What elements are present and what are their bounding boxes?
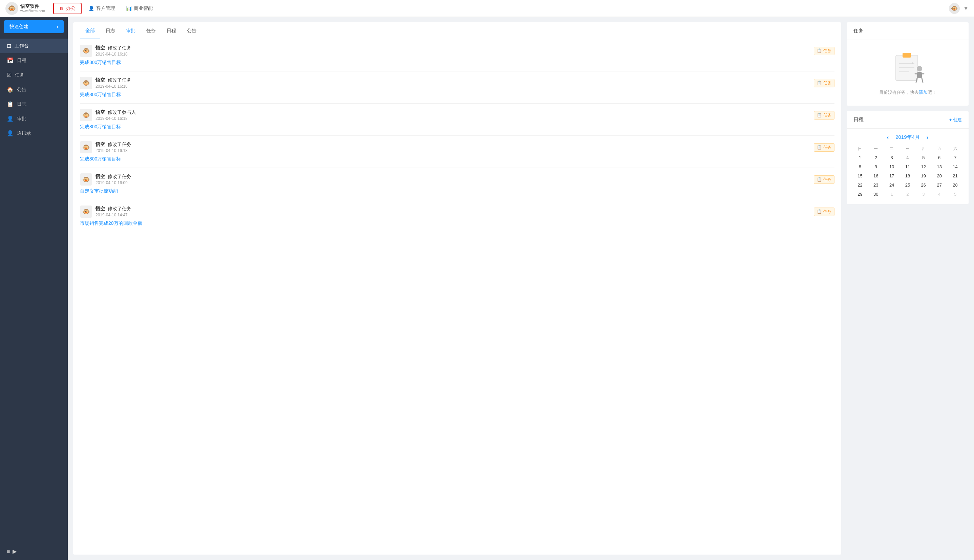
sidebar-item-contacts[interactable]: 👤 通讯录 [0,126,68,140]
nav-customer[interactable]: 👤 客户管理 [83,0,120,17]
workbench-icon: ⊞ [7,43,11,49]
cal-day[interactable]: 1 [884,190,900,199]
tab-notice[interactable]: 公告 [182,22,202,39]
calendar-panel: 日程 + 创建 ‹ 2019年4月 › 日一二三四五六 123456789101… [847,111,969,204]
tab-task[interactable]: 任务 [141,22,161,39]
cal-day[interactable]: 7 [947,153,963,162]
cal-weekday: 五 [931,145,947,153]
sidebar: 快速创建 › ⊞ 工作台 📅 日程 ☑ 任务 🏠 公告 📋 日志 👤 审批 👤 [0,17,68,560]
feed-tag: 📋 任务 [814,47,834,55]
cal-day[interactable]: 2 [900,190,916,199]
sidebar-item-schedule[interactable]: 📅 日程 [0,53,68,68]
svg-text:🐵: 🐵 [8,4,16,12]
cal-day[interactable]: 25 [900,180,916,190]
cal-day[interactable]: 6 [931,153,947,162]
nav-dropdown-icon[interactable]: ▼ [963,5,969,12]
cal-day[interactable]: 19 [916,171,931,180]
cal-day[interactable]: 18 [900,171,916,180]
cal-day[interactable]: 11 [900,162,916,171]
cal-day[interactable]: 9 [868,162,884,171]
quick-create-arrow-icon: › [57,24,58,30]
feed-tag: 📋 任务 [814,175,834,184]
task-panel-header: 任务 [847,22,969,40]
feed-tag: 📋 任务 [814,143,834,152]
nav-bi[interactable]: 📊 商业智能 [120,0,158,17]
sidebar-item-notice[interactable]: 🏠 公告 [0,82,68,97]
cal-day[interactable]: 15 [852,171,868,180]
collapse-video-icon: ▶ [13,548,17,555]
cal-day[interactable]: 21 [947,171,963,180]
tab-log[interactable]: 日志 [100,22,120,39]
tab-all[interactable]: 全部 [80,22,100,39]
tab-approval[interactable]: 审批 [120,22,141,39]
feed-link[interactable]: 完成800万销售目标 [80,124,834,130]
feed-item: 🐵 悟空 修改了任务 2019-04-10 14:47 📋 任务 市场销售完成2… [80,200,834,232]
sidebar-item-log[interactable]: 📋 日志 [0,97,68,112]
svg-text:🐵: 🐵 [951,5,958,12]
cal-day[interactable]: 17 [884,171,900,180]
task-add-link[interactable]: 添加 [919,90,927,95]
calendar-next-button[interactable]: › [927,134,928,140]
task-empty-illustration: › [887,50,928,84]
quick-create-button[interactable]: 快速创建 › [4,20,64,33]
cal-day[interactable]: 13 [931,162,947,171]
cal-day[interactable]: 14 [947,162,963,171]
feed-link[interactable]: 完成800万销售目标 [80,92,834,98]
sidebar-item-approval[interactable]: 👤 审批 [0,112,68,126]
cal-day[interactable]: 24 [884,180,900,190]
sidebar-item-workbench[interactable]: ⊞ 工作台 [0,38,68,53]
cal-day[interactable]: 30 [868,190,884,199]
contacts-icon: 👤 [7,130,13,137]
cal-day[interactable]: 23 [868,180,884,190]
feed-avatar: 🐵 [80,45,92,57]
feed-avatar: 🐵 [80,173,92,185]
task-tag-icon: 📋 [817,209,822,214]
cal-day[interactable]: 5 [916,153,931,162]
svg-text:🐵: 🐵 [82,47,90,55]
cal-day[interactable]: 4 [931,190,947,199]
cal-day[interactable]: 29 [852,190,868,199]
cal-day[interactable]: 10 [884,162,900,171]
feed-time: 2019-04-10 16:18 [95,116,811,121]
cal-day[interactable]: 8 [852,162,868,171]
calendar-prev-button[interactable]: ‹ [887,134,889,140]
tab-schedule[interactable]: 日程 [161,22,182,39]
feed-link[interactable]: 完成800万销售目标 [80,156,834,162]
cal-day[interactable]: 20 [931,171,947,180]
feed-tag: 📋 任务 [814,79,834,87]
svg-text:🐵: 🐵 [82,79,90,87]
nav-office[interactable]: 🖥 办公 [53,3,82,14]
task-panel-title: 任务 [854,28,864,34]
feed-link[interactable]: 完成800万销售目标 [80,60,834,66]
feed-title: 悟空 修改了任务 [95,77,811,83]
cal-day[interactable]: 4 [900,153,916,162]
svg-rect-17 [902,53,911,58]
logo: 🐵 悟空软件 www.5kcrm.com [5,2,45,15]
calendar-create-button[interactable]: + 创建 [949,117,962,123]
feed-item: 🐵 悟空 修改了任务 2019-04-10 16:18 📋 任务 完成800万销… [80,39,834,72]
cal-day[interactable]: 1 [852,153,868,162]
task-empty-state: › 目前没有任务，快去添加吧！ [847,40,969,106]
sidebar-collapse-button[interactable]: ≡ ▶ [0,543,68,560]
cal-day[interactable]: 28 [947,180,963,190]
right-panels: 任务 [847,22,969,555]
cal-day[interactable]: 16 [868,171,884,180]
cal-day[interactable]: 5 [947,190,963,199]
nav-right: 🐵 ▼ [949,3,969,14]
task-tag-icon: 📋 [817,81,822,85]
feed-link[interactable]: 市场销售完成20万的回款金额 [80,220,834,227]
feed-time: 2019-04-10 16:18 [95,52,811,57]
cal-day[interactable]: 12 [916,162,931,171]
cal-day[interactable]: 27 [931,180,947,190]
cal-day[interactable]: 2 [868,153,884,162]
cal-day[interactable]: 22 [852,180,868,190]
sidebar-item-task[interactable]: ☑ 任务 [0,68,68,82]
user-avatar-top[interactable]: 🐵 [949,3,960,14]
brand-name: 悟空软件 [20,3,45,9]
cal-day[interactable]: 26 [916,180,931,190]
cal-day[interactable]: 3 [916,190,931,199]
feed-link[interactable]: 自定义审批流功能 [80,188,834,194]
cal-day[interactable]: 3 [884,153,900,162]
feed-meta: 悟空 修改了任务 2019-04-10 16:18 [95,77,811,89]
feed-meta: 悟空 修改了参与人 2019-04-10 16:18 [95,109,811,121]
